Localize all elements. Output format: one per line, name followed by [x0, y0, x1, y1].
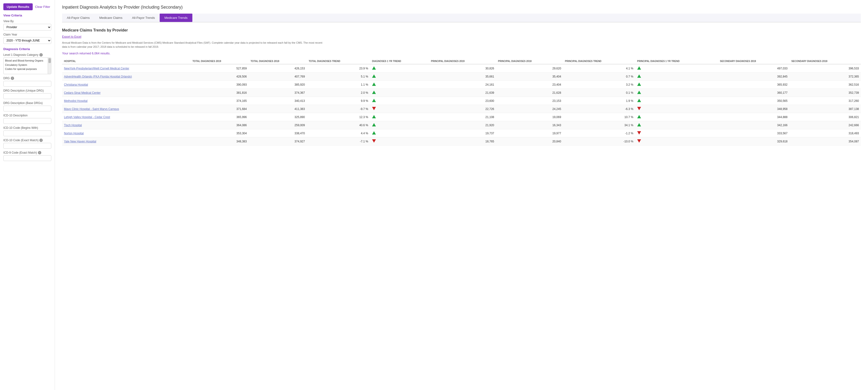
arrow-up-icon [370, 97, 429, 105]
drg-label: DRG i [3, 76, 51, 80]
drg-desc-base-label: DRG Description (Base DRGs) [3, 101, 51, 105]
drg-input[interactable] [3, 81, 51, 87]
arrow-up-icon [635, 80, 718, 89]
tab-all-payor-claims[interactable]: All-Payor Claims [62, 13, 94, 22]
table-row: Methodist Hospital374,165340,4139.9 %23,… [62, 97, 861, 105]
col-principal-diag-1yr: PRINCIPAL DIAGNOSES 1 YR TREND [635, 59, 718, 64]
diagnosis-criteria-label: Diagnosis Criteria [3, 47, 51, 51]
drg-desc-unique-input[interactable] [3, 93, 51, 99]
arrow-up-icon [370, 64, 429, 72]
table-section-title: Medicare Claims Trends by Provider [62, 28, 861, 32]
icd10-begins-label: ICD-10 Code (Begins With) [3, 126, 51, 130]
arrow-down-icon [635, 105, 718, 113]
table-row: Christiana Hospital390,093385,9201.1 %24… [62, 80, 861, 89]
arrow-down-icon [370, 105, 429, 113]
icd10-desc-input[interactable] [3, 118, 51, 124]
page-title: Inpatient Diagnosis Analytics by Provide… [62, 5, 861, 10]
listbox-scrollbar[interactable] [48, 58, 51, 74]
tab-medicare-claims[interactable]: Medicare Claims [94, 13, 127, 22]
col-secondary-diag-2018: SECONDARY DIAGNOSES 2018 [789, 59, 861, 64]
hospital-link[interactable]: Tisch Hospital [64, 124, 82, 127]
arrow-down-icon [635, 129, 718, 137]
info-text: Annual Medicare Data is from the Centers… [62, 41, 324, 48]
export-link[interactable]: Export to Excel [62, 35, 82, 38]
col-diag1-yr-trend: DIAGNOSES 1 YR TREND [370, 59, 429, 64]
arrow-down-icon [370, 137, 429, 145]
arrow-up-icon [370, 113, 429, 121]
arrow-up-icon [370, 80, 429, 89]
hospital-link[interactable]: Methodist Hospital [64, 99, 88, 103]
hospital-link[interactable]: AdventHealth Orlando (FKA Florida Hospit… [64, 75, 132, 78]
col-total-diag-2018: TOTAL DIAGNOSES 2018 [249, 59, 307, 64]
data-table: HOSPITAL TOTAL DIAGNOSES 2019 TOTAL DIAG… [62, 59, 861, 145]
update-results-button[interactable]: Update Results [3, 3, 33, 10]
col-principal-diag-2019: PRINCIPAL DIAGNOSES 2019 [429, 59, 496, 64]
hospital-link[interactable]: Christiana Hospital [64, 83, 88, 86]
view-criteria-label: View Criteria [3, 13, 51, 17]
col-principal-diag-trend: PRINCIPAL DIAGNOSES TREND [563, 59, 635, 64]
claim-year-label: Claim Year [3, 33, 51, 36]
col-principal-diag-2018: PRINCIPAL DIAGNOSES 2018 [496, 59, 563, 64]
main-content: Inpatient Diagnosis Analytics by Provide… [55, 0, 868, 390]
col-total-diag-2019: TOTAL DIAGNOSES 2019 [190, 59, 249, 64]
level1-label: Level 1 Diagnosis Category i [3, 53, 51, 57]
icd10-begins-input[interactable] [3, 130, 51, 136]
table-row: Cedars-Sinai Medical Center381,816374,36… [62, 89, 861, 97]
arrow-up-icon [370, 72, 429, 80]
listbox-scroll-thumb [49, 58, 51, 63]
view-by-select[interactable]: Provider [3, 24, 51, 31]
table-row: Yale New Haven Hospital348,383374,927-7.… [62, 137, 861, 145]
arrow-up-icon [635, 72, 718, 80]
arrow-up-icon [635, 89, 718, 97]
arrow-up-icon [370, 121, 429, 129]
icd10-desc-label: ICD-10 Description [3, 114, 51, 117]
hospital-link[interactable]: Norton Hospital [64, 132, 84, 135]
icd10-exact-info-icon[interactable]: i [39, 138, 43, 142]
icd10-exact-label: ICD-10 Code (Exact Match) i [3, 138, 51, 142]
sidebar: Update Results Clear Filter View Criteri… [0, 0, 55, 390]
table-row: Norton Hospital353,304338,4704.4 %19,737… [62, 129, 861, 137]
view-by-label: View By [3, 20, 51, 23]
table-row: Lehigh Valley Hospital - Cedar Crest365,… [62, 113, 861, 121]
arrow-up-icon [635, 64, 718, 72]
hospital-link[interactable]: Yale New Haven Hospital [64, 140, 96, 143]
icd9-exact-input[interactable] [3, 155, 51, 161]
tab-medicare-trends[interactable]: Medicare Trends [160, 13, 192, 22]
icd9-exact-label: ICD-9 Code (Exact Match) i [3, 151, 51, 154]
arrow-up-icon [635, 113, 718, 121]
arrow-up-icon [370, 89, 429, 97]
level1-items: Blood and Blood-forming Organs Circulato… [4, 58, 51, 72]
drg-desc-base-input[interactable] [3, 106, 51, 111]
table-row: NewYork-Presbyterian/Weill Cornell Medic… [62, 64, 861, 72]
tabs-container: All-Payor Claims Medicare Claims All-Pay… [62, 13, 861, 23]
hospital-link[interactable]: NewYork-Presbyterian/Weill Cornell Medic… [64, 67, 129, 70]
level1-info-icon[interactable]: i [39, 53, 43, 57]
icd10-exact-input[interactable] [3, 143, 51, 149]
arrow-up-icon [370, 129, 429, 137]
col-secondary-diag-2019: SECONDARY DIAGNOSES 2019 [718, 59, 789, 64]
results-count: Your search returned 6,064 results. [62, 52, 861, 55]
hospital-link[interactable]: Cedars-Sinai Medical Center [64, 91, 100, 94]
tab-all-payor-trends[interactable]: All-Payor Trends [127, 13, 160, 22]
col-total-diag-trend: TOTAL DIAGNOSES TREND [307, 59, 370, 64]
hospital-link[interactable]: Lehigh Valley Hospital - Cedar Crest [64, 116, 110, 119]
claim-year-select[interactable]: 2020 - YTD through JUNE [3, 37, 51, 44]
clear-filter-button[interactable]: Clear Filter [35, 5, 50, 8]
table-row: Mayo Clinic Hospital - Saint Marys Campu… [62, 105, 861, 113]
arrow-up-icon [635, 121, 718, 129]
table-header-row: HOSPITAL TOTAL DIAGNOSES 2019 TOTAL DIAG… [62, 59, 861, 64]
hospital-link[interactable]: Mayo Clinic Hospital - Saint Marys Campu… [64, 107, 119, 111]
arrow-up-icon [635, 97, 718, 105]
table-row: Tisch Hospital364,086259,00940.6 %21,920… [62, 121, 861, 129]
table-row: AdventHealth Orlando (FKA Florida Hospit… [62, 72, 861, 80]
icd9-exact-info-icon[interactable]: i [38, 151, 41, 154]
drg-desc-unique-label: DRG Description (Unique DRG) [3, 89, 51, 92]
level1-listbox[interactable]: Blood and Blood-forming Organs Circulato… [3, 58, 51, 74]
col-hospital: HOSPITAL [62, 59, 190, 64]
arrow-down-icon [635, 137, 718, 145]
drg-info-icon[interactable]: i [11, 76, 14, 80]
